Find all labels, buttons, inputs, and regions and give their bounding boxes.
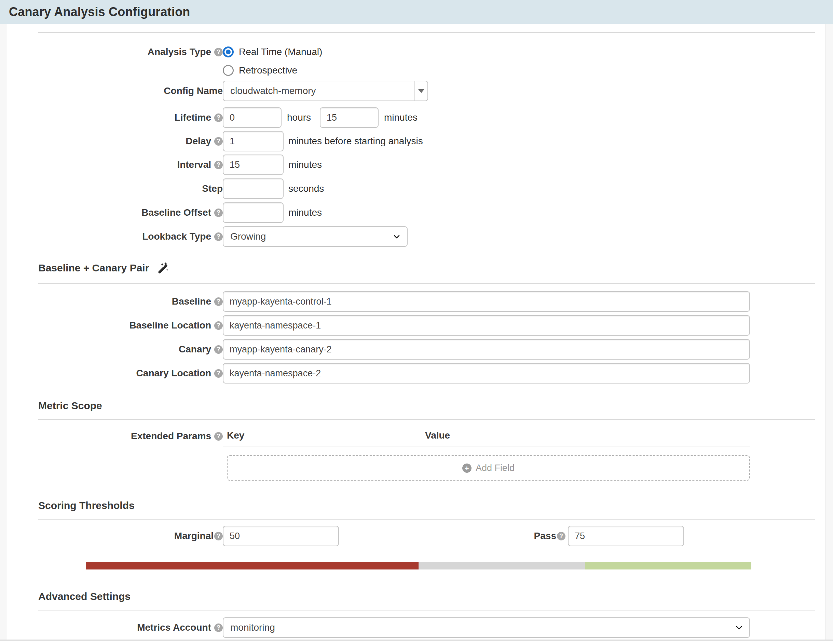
score-bar-segment-pass xyxy=(585,562,751,570)
help-icon[interactable]: ? xyxy=(214,48,223,56)
add-field-button[interactable]: + Add Field xyxy=(227,455,750,481)
lifetime-label: Lifetime ? xyxy=(38,112,223,123)
config-name-label: Config Name xyxy=(38,85,223,97)
help-icon[interactable]: ? xyxy=(214,297,223,306)
lifetime-hours-input[interactable] xyxy=(223,107,281,128)
magic-wand-icon[interactable] xyxy=(156,262,169,274)
help-icon[interactable]: ? xyxy=(214,432,223,441)
help-icon[interactable]: ? xyxy=(214,345,223,354)
radio-button-icon[interactable] xyxy=(223,65,234,76)
section-divider xyxy=(38,283,815,284)
extended-params-key-header: Key xyxy=(227,430,425,441)
help-icon[interactable]: ? xyxy=(214,113,223,122)
delay-unit: minutes before starting analysis xyxy=(288,136,423,147)
canary-location-input[interactable] xyxy=(223,363,750,383)
help-icon[interactable]: ? xyxy=(214,161,223,169)
pair-section-title: Baseline + Canary Pair xyxy=(38,262,815,274)
baseline-offset-unit: minutes xyxy=(288,207,322,218)
interval-label: Interval ? xyxy=(38,159,223,170)
lifetime-hours-unit: hours xyxy=(287,112,311,123)
extended-params-header-row: Key Value xyxy=(223,430,750,446)
lookback-type-select[interactable]: Growing xyxy=(223,226,408,247)
score-bar-segment-neutral xyxy=(418,562,585,570)
lookback-type-label: Lookback Type ? xyxy=(38,231,223,242)
dropdown-caret-button[interactable] xyxy=(415,81,428,100)
score-bar-segment-fail xyxy=(86,562,418,570)
delay-input[interactable] xyxy=(223,131,284,151)
canary-input[interactable] xyxy=(223,339,750,360)
section-divider xyxy=(38,419,815,420)
marginal-input[interactable] xyxy=(223,526,339,546)
step-input[interactable] xyxy=(223,179,284,199)
extended-params-table: Key Value + Add Field xyxy=(223,430,750,481)
radio-retrospective-label[interactable]: Retrospective xyxy=(239,65,297,76)
radio-real-time[interactable]: Real Time (Manual) xyxy=(223,46,322,58)
baseline-location-input[interactable] xyxy=(223,315,750,336)
help-icon[interactable]: ? xyxy=(214,137,223,146)
lookback-type-value: Growing xyxy=(230,231,266,242)
extended-params-label: Extended Params ? xyxy=(38,431,223,442)
delay-label: Delay ? xyxy=(38,136,223,147)
analysis-type-label: Analysis Type ? xyxy=(38,47,223,58)
step-label: Step xyxy=(38,183,223,194)
add-field-label: Add Field xyxy=(476,463,515,473)
lifetime-minutes-unit: minutes xyxy=(384,112,418,123)
canary-label: Canary ? xyxy=(38,344,223,355)
pass-label: Pass ? xyxy=(339,531,566,541)
plus-circle-icon: + xyxy=(462,464,471,473)
baseline-location-label: Baseline Location ? xyxy=(38,320,223,331)
chevron-down-icon xyxy=(392,232,402,242)
lifetime-minutes-input[interactable] xyxy=(320,107,379,128)
page-header: Canary Analysis Configuration xyxy=(0,0,833,24)
metrics-account-value: monitoring xyxy=(230,622,275,633)
canary-location-label: Canary Location ? xyxy=(38,368,223,379)
config-name-value: cloudwatch-memory xyxy=(224,85,415,97)
help-icon[interactable]: ? xyxy=(214,321,223,330)
baseline-offset-label: Baseline Offset ? xyxy=(38,207,223,218)
interval-unit: minutes xyxy=(288,159,322,170)
panel-bottom-border xyxy=(0,639,833,641)
pass-input[interactable] xyxy=(568,526,684,546)
section-divider xyxy=(38,610,815,611)
step-unit: seconds xyxy=(288,183,324,194)
left-gutter xyxy=(0,24,7,639)
help-icon[interactable]: ? xyxy=(214,369,223,378)
extended-params-value-header: Value xyxy=(425,430,750,441)
help-icon[interactable]: ? xyxy=(557,532,566,541)
radio-real-time-label[interactable]: Real Time (Manual) xyxy=(239,47,322,58)
baseline-offset-input[interactable] xyxy=(223,202,284,223)
chevron-down-icon xyxy=(734,623,744,633)
advanced-settings-title: Advanced Settings xyxy=(38,591,815,602)
help-icon[interactable]: ? xyxy=(214,232,223,241)
page-title: Canary Analysis Configuration xyxy=(9,5,190,19)
help-icon[interactable]: ? xyxy=(214,532,223,541)
scoring-thresholds-title: Scoring Thresholds xyxy=(38,500,815,511)
interval-input[interactable] xyxy=(223,155,284,175)
dropdown-caret-icon xyxy=(418,89,425,93)
canary-config-panel: Analysis Type ? Real Time (Manual) Retro… xyxy=(7,24,825,639)
right-gutter xyxy=(825,24,833,639)
help-icon[interactable]: ? xyxy=(214,623,223,632)
metric-scope-title: Metric Scope xyxy=(38,400,815,412)
section-divider xyxy=(38,519,815,520)
score-threshold-bar xyxy=(86,562,751,570)
metrics-account-select[interactable]: monitoring xyxy=(223,617,750,638)
radio-button-icon[interactable] xyxy=(223,47,234,58)
metrics-account-label: Metrics Account ? xyxy=(38,622,223,633)
marginal-label: Marginal ? xyxy=(38,531,223,541)
baseline-input[interactable] xyxy=(223,291,750,312)
section-divider xyxy=(38,32,815,33)
baseline-label: Baseline ? xyxy=(38,296,223,307)
help-icon[interactable]: ? xyxy=(214,209,223,217)
radio-retrospective[interactable]: Retrospective xyxy=(223,64,815,77)
config-name-select[interactable]: cloudwatch-memory xyxy=(223,80,428,101)
